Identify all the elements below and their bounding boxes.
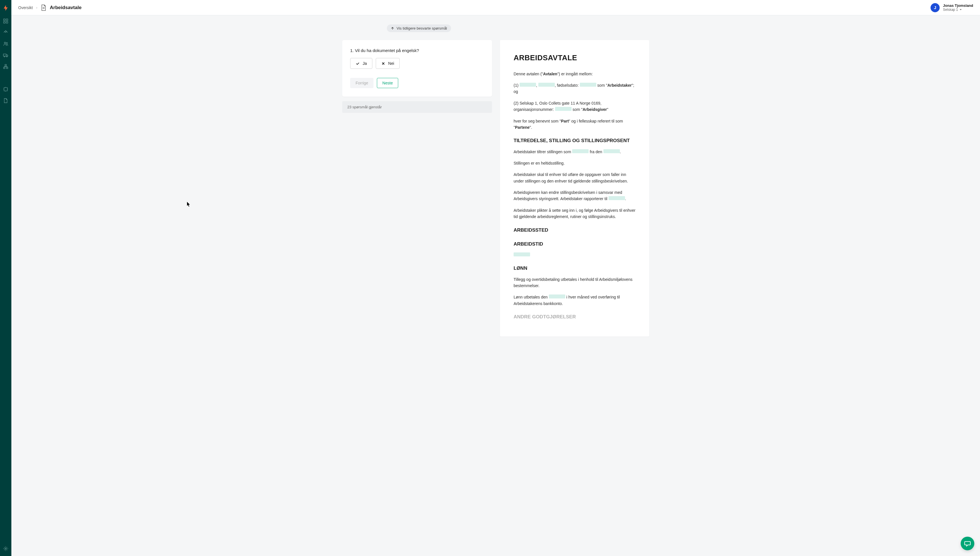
doc-party-1: (1) xxxxxx, xxxxxx, fødselsdato: xxxxxx … bbox=[513, 82, 636, 95]
svg-point-12 bbox=[5, 548, 6, 550]
settings-icon[interactable] bbox=[3, 546, 8, 551]
chat-icon bbox=[964, 540, 971, 547]
svg-point-8 bbox=[6, 56, 7, 57]
doc-para: Arbeidsgiveren kan endre stillingsbeskri… bbox=[513, 189, 636, 202]
questions-remaining: 23 spørsmål gjenstår bbox=[342, 101, 492, 113]
prev-button: Forrige bbox=[350, 78, 373, 88]
app-logo[interactable] bbox=[2, 5, 9, 11]
svg-rect-0 bbox=[4, 19, 5, 21]
handshake-icon[interactable] bbox=[3, 29, 8, 35]
section-title: LØNN bbox=[513, 264, 636, 272]
doc-party-2: (2) Selskap 1, Oslo Collets gate 11 A No… bbox=[513, 100, 636, 113]
doc-para: Lønn utbetales den xxxxxx i hver måned v… bbox=[513, 294, 636, 307]
chevron-down-icon bbox=[959, 8, 962, 11]
svg-rect-1 bbox=[6, 19, 8, 21]
doc-para: xxxxxx bbox=[513, 252, 636, 258]
dashboard-icon[interactable] bbox=[3, 18, 8, 24]
sidebar bbox=[0, 0, 11, 556]
placeholder-field: xxxxxx bbox=[572, 149, 589, 153]
section-title: ARBEIDSSTED bbox=[513, 226, 636, 234]
svg-point-7 bbox=[4, 56, 5, 57]
answer-no-button[interactable]: Nei bbox=[376, 58, 400, 69]
placeholder-field: xxxxxx bbox=[555, 107, 572, 111]
svg-rect-9 bbox=[5, 65, 6, 66]
placeholder-field: xxxxxx bbox=[609, 196, 625, 200]
header: Oversikt › Arbeidsavtale J Jonas Tjomsla… bbox=[11, 0, 980, 15]
people-icon[interactable] bbox=[3, 41, 8, 47]
svg-rect-3 bbox=[6, 22, 8, 23]
svg-point-5 bbox=[6, 42, 7, 44]
company-name: Selskap 1 bbox=[943, 8, 958, 12]
svg-rect-11 bbox=[6, 67, 8, 69]
doc-para: Tillegg og overtidsbetaling utbetales i … bbox=[513, 276, 636, 289]
question-card: 1. Vil du ha dokumentet på engelsk? Ja N… bbox=[342, 40, 492, 97]
document-preview: ARBEIDSAVTALE Denne avtalen ("Avtalen") … bbox=[500, 40, 649, 336]
question-text: 1. Vil du ha dokumentet på engelsk? bbox=[350, 48, 484, 53]
document-page-icon bbox=[40, 4, 46, 11]
placeholder-field: xxxxxx bbox=[520, 83, 536, 87]
answer-yes-button[interactable]: Ja bbox=[350, 58, 372, 69]
placeholder-field: xxxxxx bbox=[549, 294, 565, 299]
svg-rect-2 bbox=[4, 22, 5, 23]
breadcrumb-root[interactable]: Oversikt bbox=[18, 5, 33, 10]
doc-para: Arbeidstaker skal til enhver tid utføre … bbox=[513, 171, 636, 184]
org-icon[interactable] bbox=[3, 64, 8, 70]
user-name: Jonas Tjomsland bbox=[943, 3, 973, 8]
avatar[interactable]: J bbox=[930, 3, 940, 12]
show-previous-label: Vis tidligere besvarte spørsmål bbox=[397, 26, 447, 31]
placeholder-field: xxxxxx bbox=[513, 252, 530, 256]
company-selector[interactable]: Selskap 1 bbox=[943, 8, 973, 12]
svg-rect-6 bbox=[3, 54, 6, 56]
svg-rect-10 bbox=[4, 67, 5, 69]
next-button[interactable]: Neste bbox=[377, 78, 398, 88]
puzzle-icon[interactable] bbox=[3, 86, 8, 92]
arrow-up-icon bbox=[391, 27, 394, 30]
doc-para: Stillingen er en heltidsstilling. bbox=[513, 160, 636, 166]
show-previous-questions[interactable]: Vis tidligere besvarte spørsmål bbox=[387, 24, 451, 32]
section-title: ARBEIDSTID bbox=[513, 240, 636, 248]
doc-intro: Denne avtalen ("Avtalen") er inngått mel… bbox=[513, 71, 636, 77]
placeholder-field: xxxxxx bbox=[580, 83, 596, 87]
x-icon bbox=[381, 61, 386, 66]
answer-no-label: Nei bbox=[388, 61, 394, 66]
doc-para: Arbeidstaker plikter å sette seg inn i, … bbox=[513, 207, 636, 220]
check-icon bbox=[355, 61, 360, 66]
chevron-right-icon: › bbox=[36, 6, 37, 10]
svg-point-4 bbox=[4, 42, 6, 44]
section-title: TILTREDELSE, STILLING OG STILLINGSPROSEN… bbox=[513, 137, 636, 144]
answer-yes-label: Ja bbox=[363, 61, 367, 66]
chat-button[interactable] bbox=[961, 537, 974, 550]
section-title: ANDRE GODTGJØRELSER bbox=[513, 313, 636, 321]
doc-para: Arbeidstaker tiltrer stillingen som xxxx… bbox=[513, 149, 636, 155]
doc-parties-def: hver for seg benevnt som "Part" og i fel… bbox=[513, 118, 636, 131]
doc-title: ARBEIDSAVTALE bbox=[513, 52, 636, 64]
page-title: Arbeidsavtale bbox=[50, 5, 82, 11]
truck-icon[interactable] bbox=[3, 52, 8, 58]
placeholder-field: xxxxxx bbox=[538, 83, 555, 87]
placeholder-field: xxxxxx bbox=[604, 149, 620, 153]
document-icon[interactable] bbox=[3, 98, 8, 103]
